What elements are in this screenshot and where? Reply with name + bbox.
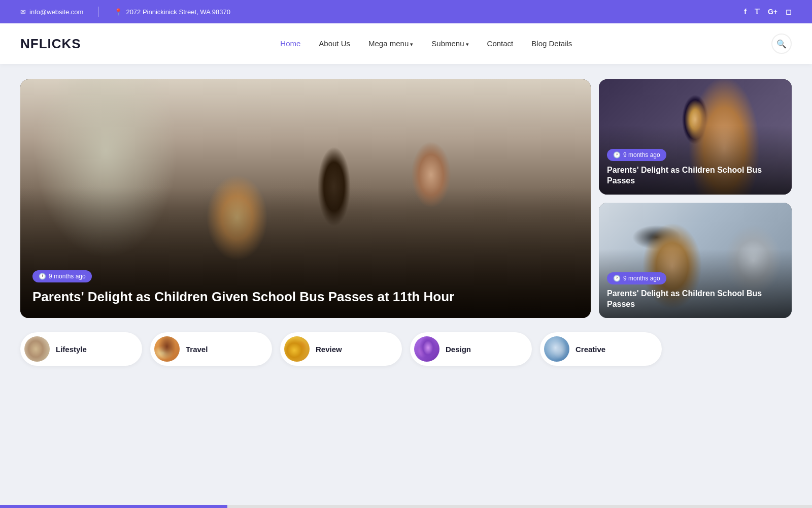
side-card-1[interactable]: 🕐 9 months ago Parents' Delight as Child… — [599, 79, 792, 195]
nav-link-mega[interactable]: Mega menu — [368, 39, 413, 48]
side-card-1-time-text: 9 months ago — [623, 151, 660, 158]
main-content: 🕐 9 months ago Parents' Delight as Child… — [0, 64, 812, 381]
topbar-divider — [98, 7, 99, 17]
side-card-2-time-text: 9 months ago — [623, 275, 660, 282]
topbar-left: ✉ info@website.com 📍 2072 Pinnickinick S… — [20, 7, 230, 17]
nav-link-contact[interactable]: Contact — [487, 39, 514, 48]
side-card-1-content: 🕐 9 months ago Parents' Delight as Child… — [607, 149, 784, 186]
navbar: NFLICKS Home About Us Mega menu Submenu … — [0, 23, 812, 64]
instagram-icon[interactable]: ◻ — [786, 8, 792, 16]
nav-link-home[interactable]: Home — [280, 39, 300, 48]
featured-content: 🕐 9 months ago Parents' Delight as Child… — [32, 270, 579, 306]
nav-link-blog[interactable]: Blog Details — [531, 39, 572, 48]
social-links: f 𝕋 G+ ◻ — [744, 8, 792, 16]
category-lifestyle[interactable]: Lifestyle — [20, 332, 142, 366]
facebook-icon[interactable]: f — [744, 8, 747, 16]
mail-icon: ✉ — [20, 8, 26, 16]
twitter-icon[interactable]: 𝕋 — [755, 8, 760, 16]
clock-icon-2: 🕐 — [613, 151, 621, 158]
side-card-2-time-badge: 🕐 9 months ago — [607, 272, 666, 284]
nav-item-home[interactable]: Home — [280, 39, 300, 48]
side-cards: 🕐 9 months ago Parents' Delight as Child… — [599, 79, 792, 318]
travel-label: Travel — [186, 345, 208, 354]
bottom-progress-bar — [0, 505, 812, 508]
category-design[interactable]: Design — [410, 332, 532, 366]
hero-grid: 🕐 9 months ago Parents' Delight as Child… — [20, 79, 792, 318]
review-label: Review — [316, 345, 342, 354]
side-card-1-title: Parents' Delight as Children School Bus … — [607, 165, 784, 186]
nav-link-submenu[interactable]: Submenu — [431, 39, 468, 48]
email-text: info@website.com — [29, 8, 83, 16]
creative-image — [544, 336, 569, 362]
lifestyle-label: Lifestyle — [56, 345, 87, 354]
design-image — [414, 336, 439, 362]
review-image — [284, 336, 310, 362]
address-item: 📍 2072 Pinnickinick Street, WA 98370 — [114, 8, 230, 16]
nav-item-submenu[interactable]: Submenu — [431, 39, 468, 48]
nav-link-about[interactable]: About Us — [319, 39, 350, 48]
googleplus-icon[interactable]: G+ — [768, 8, 777, 16]
design-label: Design — [446, 345, 471, 354]
nav-item-blog[interactable]: Blog Details — [531, 39, 572, 48]
side-card-2-content: 🕐 9 months ago Parents' Delight as Child… — [607, 272, 784, 310]
creative-label: Creative — [576, 345, 605, 354]
featured-time-badge: 🕐 9 months ago — [32, 270, 92, 282]
featured-card[interactable]: 🕐 9 months ago Parents' Delight as Child… — [20, 79, 591, 318]
categories: Lifestyle Travel Review Design Creative — [20, 332, 792, 366]
category-review[interactable]: Review — [280, 332, 402, 366]
clock-icon-3: 🕐 — [613, 275, 621, 282]
category-travel[interactable]: Travel — [150, 332, 272, 366]
nav-item-contact[interactable]: Contact — [487, 39, 514, 48]
nav-item-mega[interactable]: Mega menu — [368, 39, 413, 48]
nav-links: Home About Us Mega menu Submenu Contact … — [280, 39, 572, 48]
site-logo: NFLICKS — [20, 36, 81, 52]
email-item: ✉ info@website.com — [20, 8, 83, 16]
progress-fill — [0, 505, 227, 508]
lifestyle-image — [24, 336, 50, 362]
topbar: ✉ info@website.com 📍 2072 Pinnickinick S… — [0, 0, 812, 23]
travel-image — [154, 336, 180, 362]
address-text: 2072 Pinnickinick Street, WA 98370 — [126, 8, 230, 16]
side-card-2[interactable]: 🕐 9 months ago Parents' Delight as Child… — [599, 203, 792, 318]
pin-icon: 📍 — [114, 8, 122, 16]
category-creative[interactable]: Creative — [540, 332, 662, 366]
featured-time-text: 9 months ago — [49, 273, 86, 280]
nav-item-about[interactable]: About Us — [319, 39, 350, 48]
side-card-1-time-badge: 🕐 9 months ago — [607, 149, 666, 161]
clock-icon: 🕐 — [39, 273, 46, 280]
side-card-2-title: Parents' Delight as Children School Bus … — [607, 289, 784, 310]
search-button[interactable]: 🔍 — [771, 34, 792, 54]
featured-title: Parents' Delight as Children Given Schoo… — [32, 289, 579, 306]
search-icon: 🔍 — [776, 39, 787, 49]
